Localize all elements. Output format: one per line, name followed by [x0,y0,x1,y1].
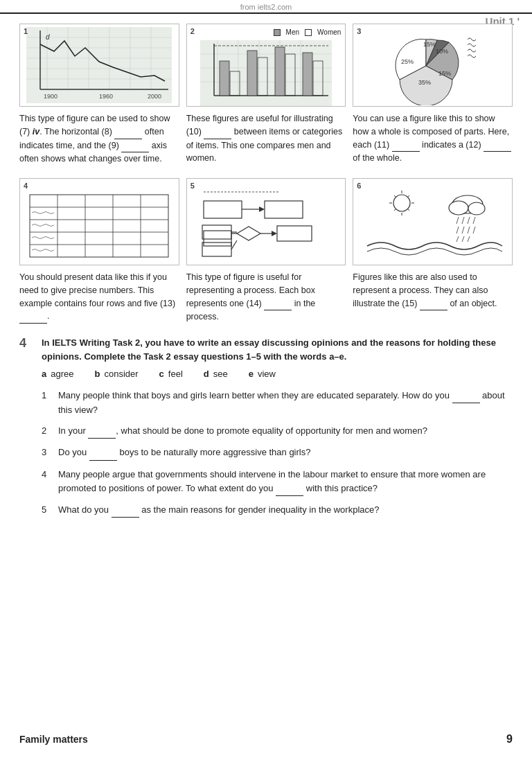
svg-rect-35 [303,53,312,96]
svg-rect-33 [275,47,285,96]
svg-rect-52 [204,201,242,218]
svg-line-84 [456,227,459,233]
figure-2: 2 Men Women [186,24,346,107]
top-bar: from ielts2.com [0,0,532,14]
footer: Family matters 9 [0,733,532,746]
question-2: 2 In your , what should be done to promo… [42,424,513,439]
svg-text:1960: 1960 [99,93,113,100]
svg-line-73 [394,195,396,197]
svg-line-89 [462,236,464,242]
svg-line-75 [407,195,409,197]
svg-text:d: d [46,33,50,41]
svg-text:15%: 15% [423,41,436,48]
svg-line-90 [468,236,470,242]
svg-text:25%: 25% [401,58,414,65]
svg-point-78 [449,201,468,215]
svg-marker-61 [272,231,277,236]
desc-3: You can use a figure like this to show h… [353,112,513,166]
svg-rect-64 [202,243,231,256]
desc-4: You should present data like this if you… [19,271,179,324]
desc-6: Figures like this are also used to repre… [353,271,513,324]
section-4: 4 In IELTS Writing Task 2, you have to w… [19,336,513,518]
questions-list: 1 Many people think that boys and girls … [42,389,513,518]
figure-6: 6 [353,178,513,265]
word-e: e view [249,369,276,379]
word-c: c feel [159,369,183,379]
question-1: 1 Many people think that boys and girls … [42,389,513,417]
desc-2: These figures are useful for illustratin… [186,112,346,166]
source-text: from ielts2.com [240,3,292,11]
svg-marker-54 [259,206,265,212]
svg-line-86 [468,227,470,233]
svg-text:1900: 1900 [44,93,57,100]
question-3: 3 Do you boys to be naturally more aggre… [42,446,513,460]
section4-instruction: In IELTS Writing Task 2, you have to wri… [42,336,513,363]
figures-row-2: 4 [19,178,513,265]
svg-line-81 [462,217,464,224]
footer-title: Family matters [19,734,88,745]
question-5: 5 What do you as the main reasons for ge… [42,503,513,518]
word-b: b consider [94,369,138,379]
desc-row-2: You should present data like this if you… [19,271,513,324]
svg-line-88 [456,236,459,242]
svg-rect-56 [204,231,231,246]
svg-line-74 [407,209,409,211]
svg-line-82 [468,217,470,224]
word-a: a agree [42,369,73,379]
svg-rect-55 [265,201,303,218]
svg-line-80 [456,217,459,224]
footer-page: 9 [506,733,513,746]
svg-rect-62 [277,226,312,241]
svg-line-66 [231,240,237,249]
svg-rect-29 [220,61,229,96]
desc-5: This type of figure is useful for repres… [186,271,346,324]
desc-row-1: This type of figure can be used to show … [19,112,513,166]
svg-line-76 [394,209,396,211]
svg-line-87 [473,227,475,233]
svg-point-79 [468,202,485,215]
svg-rect-31 [247,51,257,96]
figures-row-1: 1 [19,24,513,107]
svg-text:10%: 10% [436,48,448,55]
svg-text:2000: 2000 [148,93,161,100]
svg-rect-63 [202,225,231,239]
section-number: 4 [19,336,32,351]
figure-3: 3 [353,24,513,107]
desc-1: This type of figure can be used to show … [19,112,179,166]
word-options: a agree b consider c feel d see e view [42,369,513,379]
svg-line-85 [462,227,464,233]
question-4: 4 Many people argue that governments sho… [42,468,513,496]
svg-text:35%: 35% [418,79,431,86]
figure-4: 4 [19,178,179,265]
figure-1: 1 [19,24,179,107]
word-d: d see [204,369,228,379]
figure-5: 5 [186,178,346,265]
svg-marker-58 [237,227,260,240]
svg-line-83 [473,217,475,224]
svg-text:15%: 15% [438,70,451,77]
